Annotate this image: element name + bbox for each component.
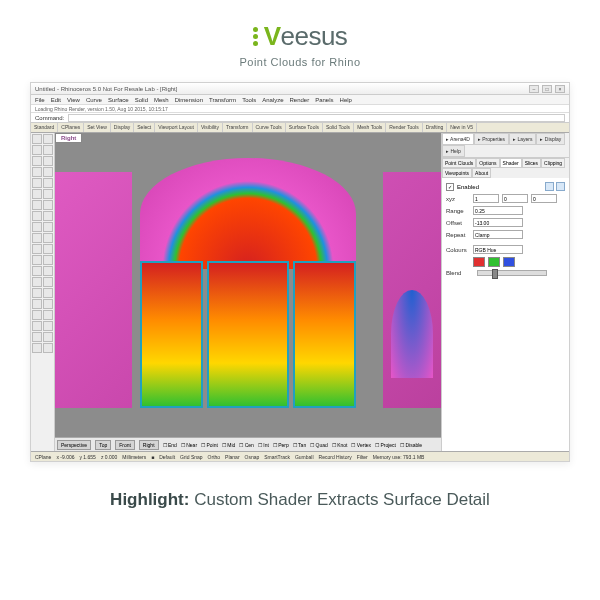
tool-button[interactable] — [32, 321, 42, 331]
tool-button[interactable] — [43, 211, 53, 221]
menu-solid[interactable]: Solid — [135, 97, 148, 103]
toolbar-tab[interactable]: Viewport Layout — [155, 123, 198, 132]
panel-subtab-clipping[interactable]: Clipping — [541, 158, 565, 168]
tool-button[interactable] — [32, 222, 42, 232]
menu-edit[interactable]: Edit — [51, 97, 61, 103]
menu-dimension[interactable]: Dimension — [175, 97, 203, 103]
status-filter[interactable]: Filter — [357, 454, 368, 460]
repeat-select[interactable]: Clamp — [473, 230, 523, 239]
toolbar-tab[interactable]: Drafting — [423, 123, 448, 132]
offset-input[interactable]: -13.00 — [473, 218, 523, 227]
panel-action-icon[interactable] — [556, 182, 565, 191]
tool-button[interactable] — [43, 167, 53, 177]
tool-button[interactable] — [43, 145, 53, 155]
osnap-int[interactable]: ☐ Int — [258, 442, 269, 448]
tool-button[interactable] — [43, 222, 53, 232]
osnap-point[interactable]: ☐ Point — [201, 442, 218, 448]
tool-button[interactable] — [32, 145, 42, 155]
status-grid-snap[interactable]: Grid Snap — [180, 454, 203, 460]
toolbar-tab[interactable]: Visibility — [198, 123, 223, 132]
tool-button[interactable] — [43, 310, 53, 320]
range-input[interactable]: 0.25 — [473, 206, 523, 215]
viewport-label[interactable]: Right — [55, 133, 82, 143]
panel-tab-properties[interactable]: ▸ Properties — [474, 133, 509, 145]
status-ortho[interactable]: Ortho — [208, 454, 221, 460]
viewport-tab-front[interactable]: Front — [115, 440, 135, 450]
toolbar-tab[interactable]: Transform — [223, 123, 253, 132]
enabled-checkbox[interactable]: ✓ — [446, 183, 454, 191]
menu-analyze[interactable]: Analyze — [262, 97, 283, 103]
swatch-blue[interactable] — [503, 257, 515, 267]
tool-button[interactable] — [43, 156, 53, 166]
tool-button[interactable] — [32, 244, 42, 254]
tool-button[interactable] — [43, 321, 53, 331]
toolbar-tab[interactable]: Set View — [84, 123, 111, 132]
status-osnap[interactable]: Osnap — [245, 454, 260, 460]
viewport[interactable]: Right PerspectiveTopFrontRight☐ End☐ Nea… — [55, 133, 441, 451]
tool-button[interactable] — [32, 299, 42, 309]
viewport-tab-top[interactable]: Top — [95, 440, 111, 450]
osnap-mid[interactable]: ☐ Mid — [222, 442, 235, 448]
tool-button[interactable] — [32, 266, 42, 276]
tool-button[interactable] — [32, 211, 42, 221]
toolbar-tab[interactable]: Display — [111, 123, 134, 132]
blend-slider[interactable] — [477, 270, 547, 276]
tool-button[interactable] — [43, 200, 53, 210]
panel-subtab-point-clouds[interactable]: Point Clouds — [442, 158, 476, 168]
tool-button[interactable] — [32, 310, 42, 320]
tool-button[interactable] — [43, 343, 53, 353]
menu-file[interactable]: File — [35, 97, 45, 103]
toolbar-tab[interactable]: Render Tools — [386, 123, 422, 132]
tool-button[interactable] — [32, 156, 42, 166]
tool-button[interactable] — [32, 167, 42, 177]
viewport-tab-perspective[interactable]: Perspective — [57, 440, 91, 450]
menu-help[interactable]: Help — [340, 97, 352, 103]
menu-view[interactable]: View — [67, 97, 80, 103]
minimize-button[interactable]: – — [529, 85, 539, 93]
panel-subtab-viewpoints[interactable]: Viewpoints — [442, 168, 472, 178]
maximize-button[interactable]: □ — [542, 85, 552, 93]
tool-button[interactable] — [43, 288, 53, 298]
tool-button[interactable] — [32, 200, 42, 210]
panel-action-icon[interactable] — [545, 182, 554, 191]
tool-button[interactable] — [32, 343, 42, 353]
panel-subtab-slices[interactable]: Slices — [522, 158, 541, 168]
tool-button[interactable] — [32, 255, 42, 265]
tool-button[interactable] — [32, 189, 42, 199]
osnap-disable[interactable]: ☐ Disable — [400, 442, 422, 448]
tool-button[interactable] — [32, 277, 42, 287]
xyz-x-input[interactable]: 1 — [473, 194, 499, 203]
panel-subtab-shader[interactable]: Shader — [500, 158, 522, 168]
toolbar-tab[interactable]: Solid Tools — [323, 123, 354, 132]
panel-tab-arena4d[interactable]: ▸ Arena4D — [442, 133, 474, 145]
menu-render[interactable]: Render — [290, 97, 310, 103]
panel-tab-display[interactable]: ▸ Display — [536, 133, 565, 145]
tool-button[interactable] — [32, 288, 42, 298]
panel-subtab-options[interactable]: Options — [476, 158, 499, 168]
tool-button[interactable] — [43, 332, 53, 342]
tool-button[interactable] — [32, 233, 42, 243]
status-record-history[interactable]: Record History — [319, 454, 352, 460]
panel-subtab-about[interactable]: About — [472, 168, 491, 178]
swatch-green[interactable] — [488, 257, 500, 267]
toolbar-tab[interactable]: Surface Tools — [286, 123, 323, 132]
toolbar-tab[interactable]: Standard — [31, 123, 58, 132]
tool-button[interactable] — [43, 233, 53, 243]
tool-button[interactable] — [32, 178, 42, 188]
toolbar-tab[interactable]: CPlanes — [58, 123, 84, 132]
menu-curve[interactable]: Curve — [86, 97, 102, 103]
osnap-project[interactable]: ☐ Project — [375, 442, 396, 448]
osnap-knot[interactable]: ☐ Knot — [332, 442, 348, 448]
toolbar-tab[interactable]: Select — [134, 123, 155, 132]
status-smarttrack[interactable]: SmartTrack — [264, 454, 290, 460]
tool-button[interactable] — [43, 255, 53, 265]
osnap-cen[interactable]: ☐ Cen — [239, 442, 254, 448]
panel-tab-layers[interactable]: ▸ Layers — [509, 133, 536, 145]
status-gumball[interactable]: Gumball — [295, 454, 314, 460]
colour-scheme-select[interactable]: RGB Hue — [473, 245, 523, 254]
tool-button[interactable] — [32, 332, 42, 342]
osnap-tan[interactable]: ☐ Tan — [293, 442, 306, 448]
toolbar-tab[interactable]: Curve Tools — [253, 123, 286, 132]
tool-button[interactable] — [43, 189, 53, 199]
swatch-red[interactable] — [473, 257, 485, 267]
